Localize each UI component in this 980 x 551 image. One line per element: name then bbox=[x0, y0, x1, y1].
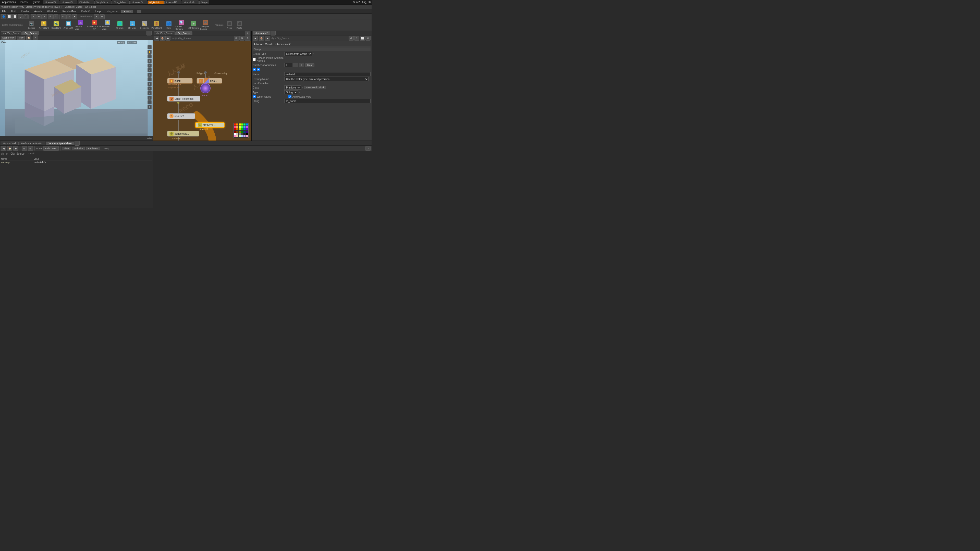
bottom-intrinsics-btn[interactable]: Intrinsics bbox=[72, 147, 85, 150]
shelf-btn-7[interactable]: ✂ bbox=[42, 14, 47, 19]
palette-color-dk2-red[interactable] bbox=[234, 130, 236, 133]
shelf-btn-9[interactable]: ⛏ bbox=[53, 14, 59, 19]
menu-renderman[interactable]: RenderMan bbox=[62, 10, 77, 13]
node-graph[interactable]: 人人素材 RRCG 人人素材 Edges Geometry bbox=[153, 41, 251, 141]
spot-light-btn[interactable]: 🔦 Spot Light bbox=[51, 20, 62, 30]
palette-color-lavender[interactable] bbox=[243, 135, 245, 137]
ng-tab-city-source[interactable]: City_Source bbox=[175, 32, 192, 35]
camera-btn[interactable]: 📷 Camera bbox=[26, 20, 37, 30]
shelf-btn-3[interactable]: ◇ bbox=[18, 14, 23, 19]
attrib-add-tab[interactable]: + bbox=[270, 31, 275, 35]
portal-light-btn[interactable]: 🚪 Portal Light bbox=[151, 20, 162, 30]
app-menu-system[interactable]: System bbox=[30, 0, 41, 4]
palette-color-dk2-green[interactable] bbox=[241, 130, 243, 133]
tab-simplescre[interactable]: SimpleScre... bbox=[94, 0, 112, 4]
attrib-help[interactable]: ? bbox=[354, 36, 360, 41]
palette-color-white[interactable] bbox=[234, 133, 236, 135]
palette-color-lt-green[interactable] bbox=[241, 126, 243, 128]
shelf-cloud[interactable]: ☁ bbox=[66, 14, 72, 19]
bottom-view-btn[interactable]: View bbox=[62, 147, 70, 150]
palette-color-lt-yellow[interactable] bbox=[239, 126, 241, 128]
class-select[interactable]: Primitive bbox=[284, 86, 301, 89]
vp-tool-5[interactable]: 5 bbox=[148, 82, 151, 86]
shelf-btn-tube[interactable]: ⬜ bbox=[12, 14, 18, 19]
shelf-btn-2[interactable]: ⬜ bbox=[6, 14, 12, 19]
palette-color-dk-blue[interactable] bbox=[243, 128, 245, 130]
bottom-tab-python[interactable]: Python Shell bbox=[1, 141, 19, 145]
bottom-btn-2[interactable]: 🏠 bbox=[7, 146, 12, 151]
node-blast5-left[interactable]: ⚡ blast5 bbox=[167, 78, 192, 84]
palette-color-red[interactable] bbox=[234, 124, 236, 125]
palette-color-dk2-gray[interactable] bbox=[243, 133, 245, 135]
menu-edit[interactable]: Edit bbox=[10, 10, 17, 13]
bottom-view-1[interactable]: ⊞ bbox=[22, 146, 27, 151]
3d-viewport[interactable]: View Persp No cam ↖ ✋ ↻ ⊕ 1 2 3 D 5 6 7 … bbox=[0, 40, 153, 136]
group-section[interactable]: Group bbox=[253, 48, 371, 51]
shelf-btn-6[interactable]: ⊕ bbox=[37, 14, 41, 19]
bottom-add-tab[interactable]: + bbox=[75, 141, 80, 146]
num-attribs-input[interactable] bbox=[284, 63, 292, 67]
menu-render[interactable]: Render bbox=[20, 10, 30, 13]
populate-btn-1[interactable]: ⬛Trees bbox=[224, 20, 234, 30]
menu-file[interactable]: File bbox=[1, 10, 7, 13]
shelf-rm-1[interactable]: R bbox=[94, 14, 99, 19]
ng-back[interactable]: ◀ bbox=[154, 36, 159, 41]
palette-color-orange[interactable] bbox=[236, 124, 239, 125]
palette-color-dk2-yellow[interactable] bbox=[239, 130, 241, 133]
vp-home[interactable]: 🏠 bbox=[26, 35, 32, 40]
vp-tool-7[interactable]: 7 bbox=[148, 91, 151, 95]
palette-color-lt-blue[interactable] bbox=[243, 126, 245, 128]
existing-name-select[interactable]: Use the better type, size and precision bbox=[284, 77, 369, 81]
palette-color-green[interactable] bbox=[243, 124, 245, 125]
ng-settings[interactable]: ⚙ bbox=[245, 36, 250, 41]
vp-tab-city-scene[interactable]: Job/City_Scene bbox=[1, 32, 22, 35]
vp-tool-2[interactable]: 2 bbox=[148, 68, 151, 72]
vp-tool-q[interactable]: Q bbox=[148, 105, 151, 109]
palette-color-blush[interactable] bbox=[246, 135, 248, 137]
gi-light-btn[interactable]: 🌐 GI Light bbox=[115, 20, 126, 30]
check-1[interactable] bbox=[253, 68, 256, 71]
shelf-guide[interactable]: G bbox=[61, 14, 66, 19]
bottom-view-2[interactable]: ⊟ bbox=[28, 146, 33, 151]
palette-color-dk2-purple[interactable] bbox=[246, 130, 248, 133]
attrib-settings[interactable]: ⚙ bbox=[348, 36, 354, 41]
bottom-btn-3[interactable]: ▶ bbox=[13, 146, 18, 151]
shelf-btn-5[interactable]: ↗ bbox=[31, 14, 36, 19]
shelf-rm-2[interactable]: R bbox=[100, 14, 105, 19]
volume-light-btn[interactable]: ☁ Volume Light bbox=[75, 20, 86, 30]
palette-color-dk2-blue[interactable] bbox=[243, 130, 245, 133]
vp-tool-select[interactable]: ↖ bbox=[148, 45, 151, 49]
vp-tool-6[interactable]: 6 bbox=[148, 86, 151, 91]
populate-btn-2[interactable]: ⬛Rocks bbox=[235, 20, 244, 30]
view-btn[interactable]: View bbox=[17, 36, 24, 40]
ng-view-1[interactable]: ⊞ bbox=[234, 36, 239, 41]
tab-tricecold5[interactable]: tricecold@t... bbox=[182, 0, 199, 4]
node-attribcreate-selected[interactable]: Ⓐ attribcrea... bbox=[195, 122, 224, 128]
desktop-num[interactable]: 1 bbox=[137, 10, 141, 13]
shelf-render[interactable]: ▶ bbox=[72, 14, 77, 19]
shelf-btn-1[interactable]: 🔵 bbox=[1, 14, 6, 19]
hemi-btn[interactable]: 🔵 Hemi bbox=[163, 20, 175, 30]
vr-camera-btn[interactable]: 👁 VR Camera bbox=[188, 20, 199, 30]
main-menu-btn[interactable]: ▼ Main bbox=[121, 10, 133, 13]
bottom-attributes-btn[interactable]: Attributes bbox=[86, 147, 100, 150]
vp-add-tab[interactable]: + bbox=[146, 31, 151, 35]
palette-color-dk-gray[interactable] bbox=[241, 133, 243, 135]
palette-color-dk-yellow[interactable] bbox=[239, 128, 241, 130]
geometry-btn[interactable]: 📐 Geometry bbox=[139, 20, 150, 30]
ng-home[interactable]: 🏠 bbox=[160, 36, 165, 41]
caustic-camera-btn[interactable]: 💎 Caustic Camera bbox=[176, 20, 187, 30]
string-input[interactable] bbox=[284, 99, 371, 103]
palette-color-dk-green[interactable] bbox=[241, 128, 243, 130]
bottom-node-btn[interactable]: attribcreate2 bbox=[43, 146, 59, 151]
vp-tool-3[interactable]: 3 bbox=[148, 73, 151, 77]
tab-tricecold2[interactable]: tricecold@t... bbox=[60, 0, 77, 4]
palette-color-gray[interactable] bbox=[239, 133, 241, 135]
attrib-home[interactable]: 🏠 bbox=[259, 36, 264, 41]
tab-skype[interactable]: Skype bbox=[199, 0, 209, 4]
palette-color-lt-orange[interactable] bbox=[236, 126, 239, 128]
ng-tab-city-scene[interactable]: Job/City_Scene bbox=[154, 32, 175, 35]
tab-elite-fallen2[interactable]: Elite_Fallen... bbox=[112, 0, 130, 4]
tab-tricecold1[interactable]: tricecold@... bbox=[43, 0, 59, 4]
vp-tool-s[interactable]: S bbox=[148, 96, 151, 100]
